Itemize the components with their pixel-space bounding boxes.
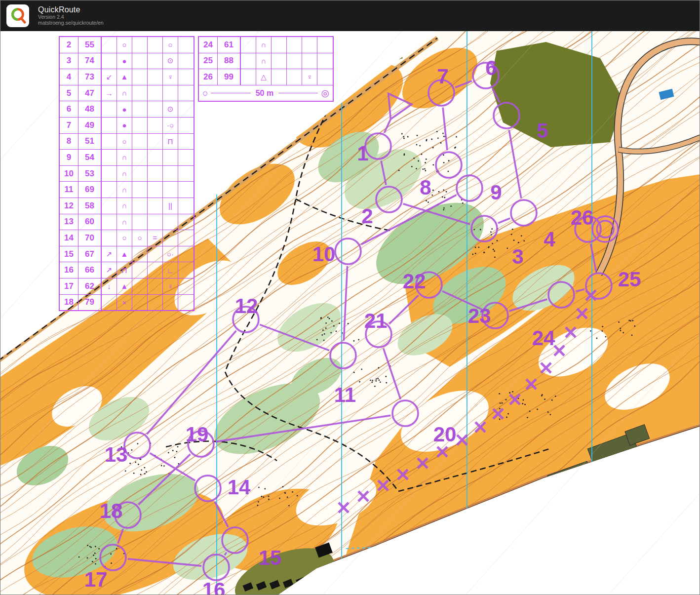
control-number-25: 25 [618,268,641,291]
control-description-row: 851○Π [60,134,194,150]
app-url[interactable]: matstroeng.se/quickroute/en [38,20,104,26]
control-number-7: 7 [437,65,448,88]
app-title: QuickRoute [38,5,104,14]
finish-symbol: ◎ [321,88,329,98]
control-number-6: 6 [485,56,497,79]
control-description-row: 648●⊙ [60,101,194,118]
control-description-row: 2461∩ [199,37,333,53]
control-number-19: 19 [186,423,209,446]
control-number-18: 18 [100,499,123,522]
quickroute-window: 1234567891011121314151617181920212223242… [0,0,700,595]
control-description-row: 2588∩ [199,53,333,70]
control-number-20: 20 [433,423,457,446]
control-number-3: 3 [512,245,523,268]
control-number-26: 26 [571,206,594,229]
control-description-row: 1053∩ [60,166,194,182]
control-description-row: 749●·○ [60,118,194,134]
control-description-row: 1169∩ [60,182,194,198]
control-number-14: 14 [228,476,251,499]
control-description-row: 1470○○= [60,230,194,246]
control-description-row: 374●⊙ [60,53,194,70]
control-description-row: 1762↓▲♀ [60,278,194,295]
control-number-16: 16 [202,578,226,595]
control-description-row: 473↙▲♀ [60,69,194,85]
control-number-2: 2 [361,204,373,228]
control-number-23: 23 [468,304,491,327]
control-number-24: 24 [532,326,555,350]
control-descriptions-right: 2461∩2588∩2699△♀ ○ 50 m ◎ [198,36,334,102]
control-description-row: 2699△♀ [199,69,333,85]
control-number-13: 13 [105,443,128,466]
control-number-5: 5 [537,119,548,142]
control-number-11: 11 [334,383,356,406]
control-number-10: 10 [312,242,336,266]
control-number-21: 21 [364,309,388,332]
control-description-row: 1879× [60,295,194,311]
control-description-row: 1360∩ [60,214,194,231]
control-description-row: 954∩ [60,150,194,166]
control-number-15: 15 [259,546,282,569]
control-descriptions-left: 255○○374●⊙473↙▲♀547→∩648●⊙749●·○851○Π954… [59,36,194,311]
app-header: QuickRoute Version 2.4 matstroeng.se/qui… [0,0,700,31]
control-description-row: 1258∩|| [60,198,194,214]
control-number-17: 17 [84,568,108,591]
control-number-12: 12 [235,294,258,317]
control-number-22: 22 [403,270,426,293]
control-number-1: 1 [357,142,368,165]
scale-row: ○ 50 m ◎ [199,85,333,101]
scale-label: 50 m [254,89,275,98]
control-description-row: 1567↗▲○· [60,246,194,263]
control-description-row: 255○○ [60,37,194,53]
finish-route-start-symbol: ○ [202,88,208,98]
control-number-8: 8 [420,176,431,199]
control-description-row: 547→∩ [60,85,194,102]
q-logo-icon [8,6,27,25]
quickroute-logo [6,4,29,27]
control-description-row: 1666↗Π∟ [60,262,194,278]
control-number-4: 4 [544,228,555,251]
control-number-9: 9 [490,181,502,204]
